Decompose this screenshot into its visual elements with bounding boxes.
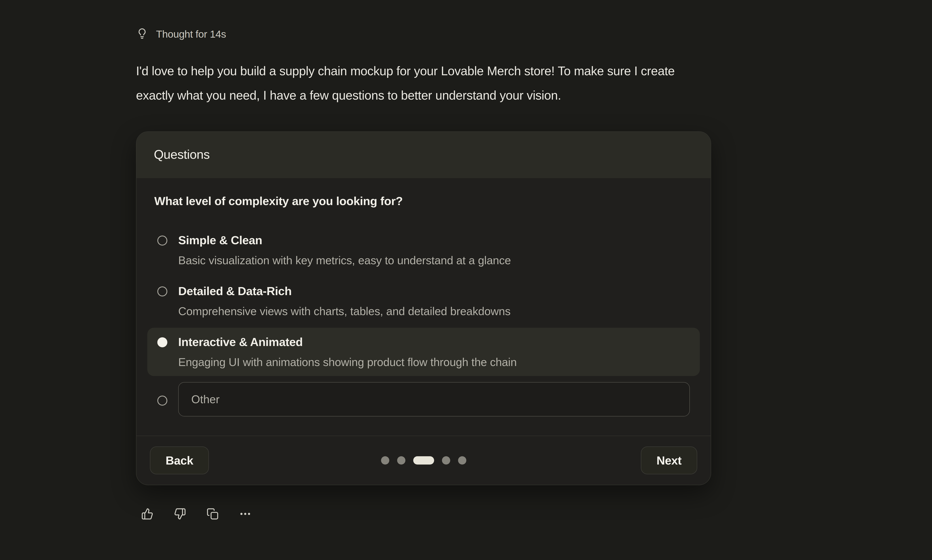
back-button[interactable]: Back — [150, 446, 209, 474]
message-actions — [141, 508, 876, 520]
message-line-2: exactly what you need, I have a few ques… — [136, 83, 789, 108]
option-interactive-animated[interactable]: Interactive & Animated Engaging UI with … — [147, 328, 700, 376]
message-line-1: I'd love to help you build a supply chai… — [136, 59, 789, 83]
option-description: Basic visualization with key metrics, ea… — [178, 253, 511, 267]
chat-message-block: Thought for 14s I'd love to help you bui… — [136, 28, 876, 520]
ellipsis-icon — [239, 508, 251, 520]
question-text: What level of complexity are you looking… — [154, 194, 693, 208]
pagination-dot-5 — [458, 456, 466, 465]
thought-toggle[interactable]: Thought for 14s — [136, 28, 876, 40]
pagination-dot-4 — [442, 456, 450, 465]
option-simple-clean[interactable]: Simple & Clean Basic visualization with … — [147, 226, 700, 274]
option-detailed-data-rich[interactable]: Detailed & Data-Rich Comprehensive views… — [147, 277, 700, 325]
pagination-dot-2 — [397, 456, 405, 465]
other-option-input[interactable] — [178, 382, 690, 417]
more-options-button[interactable] — [239, 508, 251, 520]
thought-label: Thought for 14s — [156, 28, 226, 40]
radio-unselected-icon[interactable] — [157, 395, 167, 406]
thumbs-up-button[interactable] — [141, 508, 153, 520]
card-title: Questions — [154, 147, 693, 162]
radio-unselected-icon[interactable] — [157, 235, 167, 246]
lightbulb-icon — [136, 28, 148, 40]
questions-card-footer: Back Next — [136, 435, 711, 485]
copy-icon — [206, 508, 219, 520]
copy-button[interactable] — [206, 508, 219, 520]
option-description: Comprehensive views with charts, tables,… — [178, 304, 510, 318]
thumbs-up-icon — [141, 508, 153, 520]
option-other[interactable] — [147, 378, 700, 417]
questions-card: Questions What level of complexity are y… — [136, 131, 711, 485]
radio-unselected-icon[interactable] — [157, 286, 167, 297]
questions-card-body: What level of complexity are you looking… — [136, 178, 711, 435]
next-button[interactable]: Next — [641, 446, 697, 474]
thumbs-down-icon — [174, 508, 186, 520]
option-description: Engaging UI with animations showing prod… — [178, 355, 517, 369]
option-title: Interactive & Animated — [178, 335, 517, 349]
pagination-dot-1 — [381, 456, 389, 465]
pagination-dot-3-active — [413, 456, 434, 465]
questions-card-header: Questions — [136, 132, 711, 178]
option-title: Simple & Clean — [178, 233, 511, 247]
option-texts: Interactive & Animated Engaging UI with … — [178, 335, 517, 369]
pagination-dots — [381, 456, 466, 465]
option-texts: Simple & Clean Basic visualization with … — [178, 233, 511, 267]
option-title: Detailed & Data-Rich — [178, 284, 510, 298]
option-texts: Detailed & Data-Rich Comprehensive views… — [178, 284, 510, 318]
radio-selected-icon[interactable] — [157, 337, 167, 347]
thumbs-down-button[interactable] — [174, 508, 186, 520]
assistant-message: I'd love to help you build a supply chai… — [136, 59, 789, 108]
